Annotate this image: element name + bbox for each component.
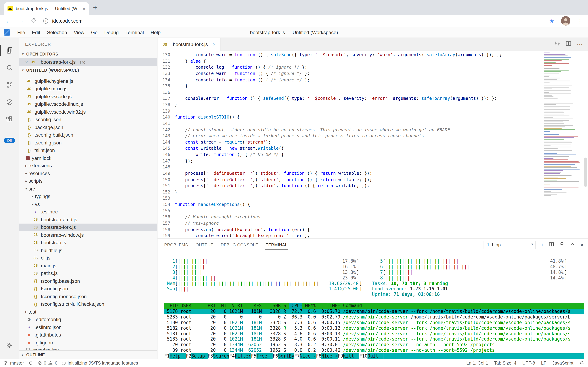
tree-item-bootstrap-js[interactable]: JSbootstrap.js: [19, 239, 157, 247]
tree-item-gulpfile-hygiene-js[interactable]: JSgulpfile.hygiene.js: [19, 77, 157, 85]
tree-item-scripts[interactable]: ▸scripts: [19, 177, 157, 185]
process-row-5182[interactable]: 5182root2001021M181M3328R5.30.60:00.12/d…: [164, 325, 584, 331]
fkey-F3-label[interactable]: Search: [213, 353, 229, 359]
tree-item-eslintrc-json[interactable]: ●.eslintrc.json: [19, 323, 157, 331]
tree-item-tslint-json[interactable]: {}tslint.json: [19, 147, 157, 154]
fkey-F9-label[interactable]: Kill: [343, 353, 359, 359]
tree-item-yarn-lock[interactable]: yarn.lock: [19, 154, 157, 162]
fkey-F5[interactable]: F5: [251, 353, 257, 359]
menu-go[interactable]: Go: [88, 29, 101, 35]
new-tab-button[interactable]: +: [93, 3, 97, 12]
tree-item-gulpfile-mixin-js[interactable]: JSgulpfile.mixin.js: [19, 85, 157, 93]
bell-icon[interactable]: [580, 360, 584, 366]
status-lf[interactable]: LF: [541, 360, 546, 366]
editor-scrollbar[interactable]: [584, 158, 587, 187]
menu-edit[interactable]: Edit: [29, 29, 44, 35]
menu-view[interactable]: View: [70, 29, 88, 35]
tree-item-tsconfig-monaco-json[interactable]: {}tsconfig.monaco.json: [19, 292, 157, 300]
circle-slash-icon[interactable]: [0, 93, 19, 111]
tree-item-bootstrap-amd-js[interactable]: JSbootstrap-amd.js: [19, 216, 157, 223]
fkey-F8-label[interactable]: Nice +: [321, 353, 338, 359]
tree-item-cli-js[interactable]: JScli.js: [19, 254, 157, 262]
status-tab-size-4[interactable]: Tab Size: 4: [494, 360, 516, 366]
open-changes-icon[interactable]: [554, 41, 560, 48]
fkey-F9[interactable]: F9: [338, 353, 343, 359]
fkey-F1-label[interactable]: Help: [170, 353, 186, 359]
workspace-header[interactable]: ▾ UNTITLED (WORKSPACE): [19, 66, 157, 74]
source-control-icon[interactable]: [0, 76, 19, 93]
fkey-F6-label[interactable]: SortBy: [278, 353, 294, 359]
tree-item-paths-js[interactable]: JSpaths.js: [19, 269, 157, 277]
address-bar[interactable]: i ide.coder.com: [43, 18, 542, 24]
tree-item-tsconfig-build-json[interactable]: {}tsconfig.build.json: [19, 131, 157, 139]
menu-terminal[interactable]: Terminal: [122, 29, 147, 35]
url-text[interactable]: ide.coder.com: [52, 18, 83, 24]
minimap[interactable]: [543, 52, 582, 197]
fkey-F5-label[interactable]: Tree: [257, 353, 273, 359]
fkey-F10-label[interactable]: Quit: [367, 353, 384, 359]
fkey-F4-label[interactable]: Filter: [235, 353, 251, 359]
sync-icon[interactable]: [28, 361, 33, 365]
tree-item-resources[interactable]: ▸resources: [19, 169, 157, 177]
split-terminal-icon[interactable]: [549, 242, 555, 248]
site-info-icon[interactable]: i: [43, 18, 48, 24]
fkey-F4[interactable]: F4: [229, 353, 235, 359]
tree-item-gulpfile-vscode-linux-js[interactable]: JSgulpfile.vscode.linux.js: [19, 100, 157, 108]
process-row-20[interactable]: 20root2001344M620521952S3.30.20:30.01/de…: [164, 342, 584, 348]
tree-item-gitignore[interactable]: ◆.gitignore: [19, 339, 157, 346]
panel-tab-debug-console[interactable]: DEBUG CONSOLE: [220, 240, 258, 250]
fkey-F2-label[interactable]: Setup: [191, 353, 208, 359]
tree-item-mention-bot[interactable]: .mention-bot: [19, 346, 157, 350]
bookmark-star-icon[interactable]: ★: [549, 17, 554, 24]
tree-item-jsconfig-json[interactable]: {}jsconfig.json: [19, 116, 157, 124]
problems-indicator[interactable]: 0 0: [37, 360, 58, 366]
tree-item-gitattributes[interactable]: ◆.gitattributes: [19, 331, 157, 339]
collaboration-off-badge[interactable]: Off: [4, 138, 15, 143]
extensions-icon[interactable]: [0, 111, 19, 128]
menu-help[interactable]: Help: [147, 29, 164, 35]
tab-close-icon[interactable]: ×: [83, 6, 86, 11]
language-status[interactable]: Initializing JS/TS language features: [62, 360, 138, 366]
fkey-F6[interactable]: F6: [273, 353, 278, 359]
fkey-F7[interactable]: F7: [294, 353, 300, 359]
tree-item-typings[interactable]: ▸typings: [19, 193, 157, 200]
tree-item-vs[interactable]: ▸vs: [19, 200, 157, 208]
code-editor[interactable]: 130 console.warn = function () { safeSen…: [157, 51, 588, 238]
outline-header[interactable]: ▸ OUTLINE: [19, 350, 157, 359]
process-row-5178[interactable]: 5178root2001021M181M3328R72.70.60:05.70/…: [164, 309, 584, 314]
tree-item-bootstrap-window-js[interactable]: JSbootstrap-window.js: [19, 231, 157, 239]
tree-item-editorconfig[interactable]: ⚙.editorconfig: [19, 316, 157, 323]
status-utf-8[interactable]: UTF-8: [522, 360, 535, 366]
branch-indicator[interactable]: master: [4, 360, 24, 366]
back-icon[interactable]: ←: [5, 18, 11, 24]
panel-tab-problems[interactable]: PROBLEMS: [164, 240, 188, 250]
status-ln-1-col-1[interactable]: Ln 1, Col 1: [466, 360, 488, 366]
tree-item-tsconfig-json[interactable]: {}tsconfig.json: [19, 285, 157, 292]
menu-file[interactable]: File: [14, 29, 28, 35]
tree-item-buildfile-js[interactable]: JSbuildfile.js: [19, 246, 157, 254]
tree-item-bootstrap-fork-js[interactable]: JSbootstrap-fork.js: [19, 223, 157, 231]
fkey-F3[interactable]: F3: [208, 353, 213, 359]
close-icon[interactable]: ×: [25, 59, 28, 65]
fkey-F1[interactable]: F1: [164, 353, 170, 359]
explorer-icon[interactable]: [0, 42, 19, 59]
process-row-5180[interactable]: 5180root2001021M181M3328S7.30.60:00.15/d…: [164, 320, 584, 325]
terminal[interactable]: 1[|||||||||||17.8%]2[||||||||||16.1%]3[|…: [157, 251, 588, 359]
process-row-5233[interactable]: 5233root200000Z36.30.00:02.79/dev/shm/bi…: [164, 314, 584, 320]
tree-item-src[interactable]: ▾src: [19, 185, 157, 193]
profile-avatar[interactable]: [561, 16, 571, 25]
panel-tab-output[interactable]: OUTPUT: [195, 240, 214, 250]
settings-gear-icon[interactable]: [0, 337, 19, 354]
maximize-panel-icon[interactable]: [570, 242, 575, 248]
menu-selection[interactable]: Selection: [44, 29, 70, 35]
search-icon[interactable]: [0, 59, 19, 76]
close-panel-icon[interactable]: ×: [580, 242, 583, 248]
tree-item-package-json[interactable]: {}package.json: [19, 124, 157, 131]
process-row-5183[interactable]: 5183root2001021M181M3328S4.00.60:00.11/d…: [164, 337, 584, 342]
status-javascript[interactable]: JavaScript: [552, 360, 573, 366]
more-actions-icon[interactable]: ···: [577, 41, 583, 48]
editor-tab[interactable]: JS bootstrap-fork.js ×: [157, 38, 220, 51]
browser-menu-icon[interactable]: ⋮: [577, 17, 583, 24]
process-row-5181[interactable]: 5181root2001021M181M3328S4.60.60:00.13/d…: [164, 331, 584, 337]
reload-icon[interactable]: [31, 17, 36, 24]
